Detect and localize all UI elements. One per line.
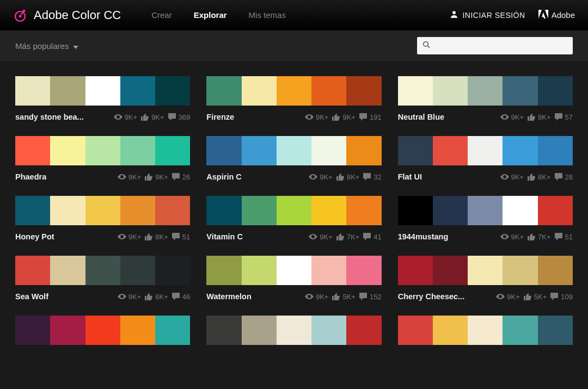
swatch [120,136,155,165]
palette-swatches[interactable] [206,76,381,106]
stat-comments[interactable]: 51 [171,232,190,241]
swatch [398,136,433,165]
stat-comments[interactable]: 191 [359,113,382,121]
nav-mythemes[interactable]: Mis temas [249,10,286,20]
palette-title[interactable]: sandy stone bea... [15,113,84,121]
palette-title[interactable]: Vitamin C [206,232,243,241]
stat-likes[interactable]: 5K+ [332,292,356,301]
stat-likes[interactable]: 7K+ [336,232,360,241]
palette-title[interactable]: Neutral Blue [398,113,444,121]
search-box[interactable] [417,37,573,54]
signin-button[interactable]: INICIAR SESIÓN [450,10,525,20]
swatch [468,316,503,345]
stat-views[interactable]: 9K+ [309,232,333,241]
stat-comments[interactable]: 28 [554,172,573,181]
palette-title[interactable]: Sea Wolf [15,292,48,301]
palette-swatches[interactable] [15,316,190,345]
stat-views[interactable]: 9K+ [500,113,524,121]
stat-views[interactable]: 9K+ [500,232,524,241]
stat-comments[interactable]: 46 [171,292,190,301]
stat-likes[interactable]: 6K+ [144,292,168,301]
stat-views[interactable]: 9K+ [309,172,333,181]
nav-explore[interactable]: Explorar [194,10,227,20]
stat-views[interactable]: 9K+ [118,172,142,181]
adobe-link[interactable]: Adobe [538,10,575,20]
stat-likes[interactable]: 8K+ [144,232,168,241]
palette-meta: Honey Pot9K+8K+51 [15,225,190,248]
palette-card: Neutral Blue9K+9K+57 [398,76,573,128]
stat-likes[interactable]: 7K+ [527,232,551,241]
sort-dropdown[interactable]: Más populares [15,41,78,51]
palette-title[interactable]: Aspirin C [206,172,241,181]
stat-comments[interactable]: 57 [554,113,573,121]
palette-title[interactable]: 1944mustang [398,232,449,241]
swatch [155,76,190,106]
stat-comments[interactable]: 41 [363,232,381,241]
comment-icon [168,113,176,121]
palette-swatches[interactable] [15,256,190,285]
stat-likes[interactable]: 8K+ [336,172,360,181]
palette-swatches[interactable] [398,196,573,225]
comment-icon [554,113,563,121]
stat-value: 9K+ [511,233,524,241]
palette-swatches[interactable] [398,256,573,285]
palette-stats: 9K+8K+51 [118,232,190,241]
stat-views[interactable]: 9K+ [305,113,329,121]
stat-comments[interactable]: 51 [554,232,573,241]
stat-likes[interactable]: 9K+ [144,172,168,181]
nav-create[interactable]: Crear [151,10,172,20]
stat-views[interactable]: 9K+ [305,292,329,301]
stat-views[interactable]: 9K+ [118,232,142,241]
comment-icon [550,292,559,301]
palette-swatches[interactable] [206,256,381,285]
stat-comments[interactable]: 152 [359,292,382,301]
palette-title[interactable]: Flat UI [398,172,422,181]
stat-comments[interactable]: 369 [168,113,191,121]
palette-swatches[interactable] [206,196,381,225]
stat-views[interactable]: 9K+ [496,292,520,301]
stat-comments[interactable]: 26 [171,172,190,181]
palette-swatches[interactable] [15,136,190,165]
palette-swatches[interactable] [15,76,190,106]
stat-comments[interactable]: 32 [363,172,381,181]
swatch [15,256,50,285]
palette-title[interactable]: Watermelon [206,292,251,301]
palette-card: Watermelon9K+5K+152 [206,256,381,308]
palette-swatches[interactable] [398,316,573,345]
swatch [15,316,50,345]
palette-swatches[interactable] [206,136,381,165]
palette-title[interactable]: Honey Pot [15,232,54,241]
swatch [120,196,155,225]
palette-title[interactable]: Firenze [206,113,234,121]
swatch [242,76,277,106]
palette-title[interactable]: Phaedra [15,172,46,181]
palette-stats: 9K+5K+152 [305,292,382,301]
comment-icon [359,113,367,121]
stat-likes[interactable]: 5K+ [523,292,547,301]
swatch [311,196,346,225]
stat-views[interactable]: 9K+ [114,113,138,121]
stat-likes[interactable]: 9K+ [527,113,551,121]
palette-swatches[interactable] [15,196,190,225]
stat-views[interactable]: 9K+ [500,172,524,181]
palette-title[interactable]: Cherry Cheesec... [398,292,465,301]
brand[interactable]: Adobe Color CC [13,8,121,22]
thumbs-up-icon [523,292,532,301]
stat-views[interactable]: 9K+ [118,292,142,301]
stat-value: 9K+ [538,113,551,121]
stat-value: 9K+ [511,113,524,121]
palette-swatches[interactable] [206,316,381,345]
stat-likes[interactable]: 8K+ [527,172,551,181]
palette-stats: 9K+9K+191 [305,113,382,121]
swatch [346,256,381,285]
stat-likes[interactable]: 9K+ [332,113,356,121]
search-input[interactable] [434,41,567,50]
stat-comments[interactable]: 109 [550,292,573,301]
swatch [277,136,311,165]
main-nav: Crear Explorar Mis temas [151,10,286,20]
swatch [503,136,537,165]
stat-likes[interactable]: 9K+ [140,113,164,121]
palette-swatches[interactable] [398,136,573,165]
palette-card [15,316,190,345]
palette-swatches[interactable] [398,76,573,106]
